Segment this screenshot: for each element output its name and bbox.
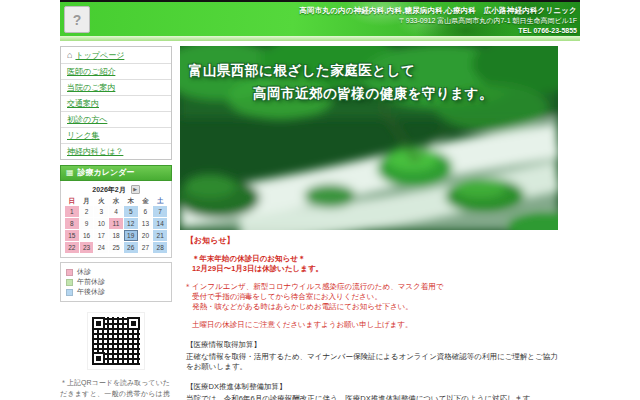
broken-image-mark: ? xyxy=(73,12,82,28)
info-section-title: 【医療情報取得加算】 xyxy=(186,340,558,350)
legend-item: 午前休診 xyxy=(66,277,166,287)
hero-heading: 富山県西部に根ざした家庭医として 高岡市近郊の皆様の健康を守ります。 xyxy=(189,59,493,105)
calendar-legend: 休診午前休診午後休診 xyxy=(60,262,172,302)
broken-image-icon: ? xyxy=(64,6,90,33)
calendar-day: 12 xyxy=(124,218,138,229)
info-section-title: 【医療DX推進体制整備加算】 xyxy=(186,382,558,392)
sidebar-item-label: 医師のご紹介 xyxy=(67,67,115,76)
notice-line: ＊年末年始の休診日のお知らせ＊ xyxy=(192,254,558,264)
calendar-weekday: 月 xyxy=(80,196,94,205)
sidebar-item-access[interactable]: 交通案内 xyxy=(61,96,171,112)
notice-line: 受付で手指の消毒をしてから待合室にお入りください。 xyxy=(192,292,558,302)
calendar-day: 16 xyxy=(80,230,94,241)
calendar-day: 22 xyxy=(65,242,79,253)
calendar-day: 14 xyxy=(153,218,167,229)
calendar-day: 19 xyxy=(124,230,138,241)
calendar-title: 診療カレンダー xyxy=(78,169,135,177)
notice-bullet: ＊ xyxy=(184,282,192,292)
notice-line: 発熱・咳などがある時はあらかじめお電話にてお知らせ下さい。 xyxy=(192,302,558,312)
sidebar-item-first-visit[interactable]: 初診の方へ xyxy=(61,112,171,128)
notice-item: 土曜日の休診日にご注意くださいますようお願い申し上げます。 xyxy=(192,320,558,330)
sidebar-item-about-neurology[interactable]: 神経内科とは？ xyxy=(61,144,171,159)
calendar-day: 20 xyxy=(139,230,153,241)
info-sections: 【医療情報取得加算】正確な情報を取得・活用するため、マイナンバー保険証によるオン… xyxy=(180,340,558,400)
calendar-icon: ▦ xyxy=(66,169,74,177)
calendar-day: 8 xyxy=(65,218,79,229)
page: ? 高岡市丸の内の神経内科,内科,糖尿病内科,心療内科 広小路神経内科クリニック… xyxy=(60,0,580,400)
legend-label: 午後休診 xyxy=(77,287,105,297)
qr-finder-icon xyxy=(92,352,105,365)
qr-finder-icon xyxy=(127,317,140,330)
sidebar-item-top-page[interactable]: ⌂トップページ xyxy=(61,47,171,64)
qr-finder-icon xyxy=(92,317,105,330)
calendar-day: 17 xyxy=(94,230,108,241)
notice-item: ＊年末年始の休診日のお知らせ＊12月29日〜1月3日は休診いたします。 xyxy=(192,254,558,274)
calendar-weekday: 火 xyxy=(94,196,108,205)
notice-line: 12月29日〜1月3日は休診いたします。 xyxy=(192,264,558,274)
sidebar-item-links[interactable]: リンク集 xyxy=(61,128,171,144)
sidebar-item-label: 初診の方へ xyxy=(67,115,107,124)
hero-image: 富山県西部に根ざした家庭医として 高岡市近郊の皆様の健康を守ります。 xyxy=(180,46,558,230)
calendar-day: 26 xyxy=(124,242,138,253)
calendar-day: 2 xyxy=(80,206,94,217)
calendar-day: 28 xyxy=(153,242,167,253)
hero-line2: 高岡市近郊の皆様の健康を守ります。 xyxy=(189,82,493,105)
legend-swatch xyxy=(66,289,73,296)
clinic-tel: TEL 0766-23-5855 xyxy=(299,26,577,36)
info-section-line: 当院では、令和6年6月の診療報酬改正に伴う、医療DX推進体制整備について以下のよ… xyxy=(186,394,558,400)
calendar-day: 11 xyxy=(109,218,123,229)
calendar-day: 9 xyxy=(80,218,94,229)
calendar-day: 3 xyxy=(94,206,108,217)
legend-swatch xyxy=(66,269,73,276)
notice-heading: 【お知らせ】 xyxy=(186,236,558,246)
calendar-month: 2026年2月 xyxy=(92,185,125,194)
legend-item: 午後休診 xyxy=(66,287,166,297)
sidebar-item-label: 神経内科とは？ xyxy=(67,147,123,156)
qr-code xyxy=(87,312,145,370)
info-section: 【医療DX推進体制整備加算】当院では、令和6年6月の診療報酬改正に伴う、医療DX… xyxy=(186,382,558,400)
calendar-day: 7 xyxy=(153,206,167,217)
calendar-day: 25 xyxy=(109,242,123,253)
home-icon: ⌂ xyxy=(67,50,72,60)
notice-line: 土曜日の休診日にご注意くださいますようお願い申し上げます。 xyxy=(192,320,558,330)
calendar-day: 21 xyxy=(153,230,167,241)
calendar-day: 13 xyxy=(139,218,153,229)
calendar-day: 15 xyxy=(65,230,79,241)
qr-note: ＊上記QRコードを読み取っていただきますと、一般の携帯からは携帯サイトが、スマー… xyxy=(60,377,172,400)
calendar-day: 1 xyxy=(65,206,79,217)
calendar-day: 4 xyxy=(109,206,123,217)
legend-label: 休診 xyxy=(77,267,91,277)
header-text: 高岡市丸の内の神経内科,内科,糖尿病内科,心療内科 広小路神経内科クリニック 〒… xyxy=(299,5,577,36)
sidebar-item-label: トップページ xyxy=(75,51,124,60)
notice-items: ＊年末年始の休診日のお知らせ＊12月29日〜1月3日は休診いたします。＊インフル… xyxy=(186,254,558,330)
calendar-day: 24 xyxy=(94,242,108,253)
calendar-day: 27 xyxy=(139,242,153,253)
calendar-weekday: 日 xyxy=(65,196,79,205)
site-header: ? 高岡市丸の内の神経内科,内科,糖尿病内科,心療内科 広小路神経内科クリニック… xyxy=(60,0,580,36)
info-section-line: 正確な情報を取得・活用するため、マイナンバー保険証によるオンライン資格確認等の利… xyxy=(186,352,558,372)
legend-item: 休診 xyxy=(66,267,166,277)
legend-label: 午前休診 xyxy=(77,277,105,287)
sidebar-item-label: リンク集 xyxy=(67,131,100,140)
sidebar-item-doctor-intro[interactable]: 医師のご紹介 xyxy=(61,64,171,80)
sidebar: ⌂トップページ医師のご紹介当院のご案内交通案内初診の方へリンク集神経内科とは？ … xyxy=(60,46,172,400)
calendar: 2026年2月 ▶ 日月火水木金土12345678910111213141516… xyxy=(60,181,172,258)
calendar-next-button[interactable]: ▶ xyxy=(131,185,140,194)
calendar-header: ▦ 診療カレンダー xyxy=(60,165,172,181)
header-divider xyxy=(60,36,580,41)
notice-item: ＊インフルエンザ、新型コロナウイルス感染症の流行のため、マスク着用で受付で手指の… xyxy=(192,282,558,312)
sidebar-item-clinic-guide[interactable]: 当院のご案内 xyxy=(61,80,171,96)
calendar-day: 18 xyxy=(109,230,123,241)
sidebar-item-label: 交通案内 xyxy=(67,99,99,108)
calendar-weekday: 金 xyxy=(139,196,153,205)
hero-line1: 富山県西部に根ざした家庭医として xyxy=(189,59,493,82)
calendar-weekday: 水 xyxy=(109,196,123,205)
calendar-grid: 日月火水木金土123456789101112131415161718192021… xyxy=(65,196,167,253)
info-section: 【医療情報取得加算】正確な情報を取得・活用するため、マイナンバー保険証によるオン… xyxy=(186,340,558,372)
legend-swatch xyxy=(66,279,73,286)
sidebar-menu: ⌂トップページ医師のご紹介当院のご案内交通案内初診の方へリンク集神経内科とは？ xyxy=(60,46,172,160)
calendar-day: 5 xyxy=(124,206,138,217)
calendar-weekday: 土 xyxy=(153,196,167,205)
calendar-day: 10 xyxy=(94,218,108,229)
calendar-day: 6 xyxy=(139,206,153,217)
